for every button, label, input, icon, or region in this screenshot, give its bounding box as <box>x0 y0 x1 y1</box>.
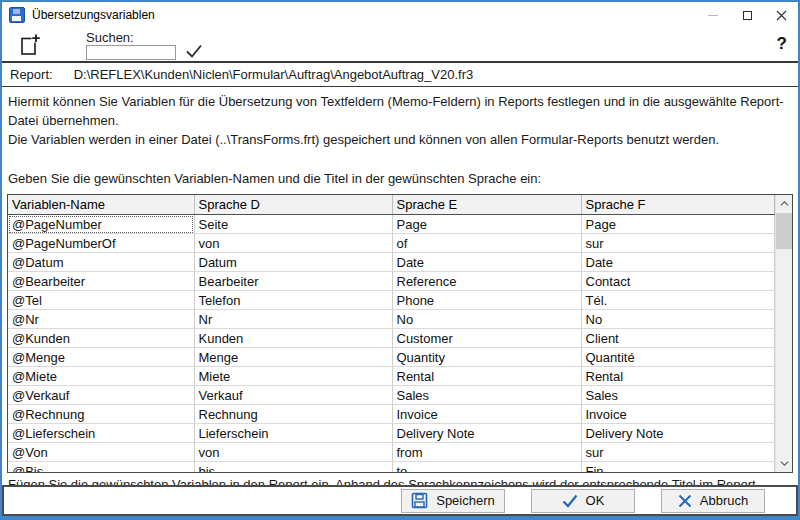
table-cell[interactable]: Rental <box>392 367 581 386</box>
table-cell[interactable]: Fin <box>581 462 775 473</box>
table-cell[interactable]: Client <box>581 329 775 348</box>
column-header-variablen-name[interactable]: Variablen-Name <box>8 195 194 215</box>
intro-line-2: Die Variablen werden in einer Datei (..\… <box>8 130 791 149</box>
table-cell[interactable]: @Tel <box>8 291 194 310</box>
apply-search-button[interactable] <box>184 43 204 61</box>
table-cell[interactable]: @Bis <box>8 462 194 473</box>
table-cell[interactable]: @Kunden <box>8 329 194 348</box>
table-cell[interactable]: No <box>581 310 775 329</box>
dialog-window: Übersetzungsvariablen Suchen: ? Report: … <box>0 0 800 520</box>
table-cell[interactable]: Contact <box>581 272 775 291</box>
maximize-icon <box>743 11 752 20</box>
table-cell[interactable]: of <box>392 234 581 253</box>
table-cell[interactable]: von <box>194 234 392 253</box>
close-button[interactable] <box>764 2 798 28</box>
table-cell[interactable]: Menge <box>194 348 392 367</box>
table-row: @VerkaufVerkaufSalesSales <box>8 386 775 405</box>
table-cell[interactable]: to <box>392 462 581 473</box>
table-cell[interactable]: bis <box>194 462 392 473</box>
table-cell[interactable]: Datum <box>194 253 392 272</box>
table-cell[interactable]: Telefon <box>194 291 392 310</box>
table-cell[interactable]: Quantité <box>581 348 775 367</box>
table-row: @RechnungRechnungInvoiceInvoice <box>8 405 775 424</box>
column-header-sprache-e[interactable]: Sprache E <box>392 195 581 215</box>
table-row: @BearbeiterBearbeiterReferenceContact <box>8 272 775 291</box>
table-cell[interactable]: @Bearbeiter <box>8 272 194 291</box>
variables-table-body: @PageNumberSeitePagePage@PageNumberOfvon… <box>8 215 775 473</box>
table-cell[interactable]: sur <box>581 234 775 253</box>
ok-button[interactable]: OK <box>531 489 635 513</box>
table-cell[interactable]: Invoice <box>392 405 581 424</box>
cancel-button-label: Abbruch <box>700 493 748 508</box>
table-cell[interactable]: Page <box>392 215 581 234</box>
table-cell[interactable]: Bearbeiter <box>194 272 392 291</box>
table-row: @TelTelefonPhoneTél. <box>8 291 775 310</box>
column-header-sprache-d[interactable]: Sprache D <box>194 195 392 215</box>
table-cell[interactable]: @Menge <box>8 348 194 367</box>
table-cell[interactable]: Lieferschein <box>194 424 392 443</box>
table-cell[interactable]: Reference <box>392 272 581 291</box>
title-bar: Übersetzungsvariablen <box>2 2 798 28</box>
table-cell[interactable]: Verkauf <box>194 386 392 405</box>
table-cell[interactable]: Page <box>581 215 775 234</box>
table-cell[interactable]: No <box>392 310 581 329</box>
table-cell[interactable]: @Miete <box>8 367 194 386</box>
report-label: Report: <box>10 67 53 82</box>
table-cell[interactable]: Delivery Note <box>581 424 775 443</box>
main-content: Hiermit können Sie Variablen für die Übe… <box>2 87 798 485</box>
table-cell[interactable]: Seite <box>194 215 392 234</box>
minimize-icon <box>708 15 718 16</box>
table-cell[interactable]: @PageNumber <box>8 215 194 234</box>
table-cell[interactable]: Miete <box>194 367 392 386</box>
checkmark-icon <box>185 43 203 59</box>
table-cell[interactable]: Sales <box>392 386 581 405</box>
minimize-button[interactable] <box>696 2 730 28</box>
button-panel: Speichern OK Abbruch <box>2 485 798 516</box>
save-button[interactable]: Speichern <box>401 489 505 513</box>
table-cell[interactable]: Tél. <box>581 291 775 310</box>
table-cell[interactable]: @Datum <box>8 253 194 272</box>
variables-table: Variablen-Name Sprache D Sprache E Sprac… <box>7 194 793 473</box>
table-cell[interactable]: von <box>194 443 392 462</box>
scroll-up-icon[interactable] <box>776 195 792 212</box>
scrollbar-thumb[interactable] <box>776 213 792 249</box>
table-row: @MengeMengeQuantityQuantité <box>8 348 775 367</box>
footer-note: Fügen Sie die gewünschten Variablen in d… <box>2 473 798 485</box>
table-cell[interactable]: Nr <box>194 310 392 329</box>
cancel-x-icon <box>678 494 692 508</box>
ok-check-icon <box>562 494 578 508</box>
table-cell[interactable]: @Verkauf <box>8 386 194 405</box>
search-input[interactable] <box>86 45 176 60</box>
table-cell[interactable]: Sales <box>581 386 775 405</box>
table-cell[interactable]: Delivery Note <box>392 424 581 443</box>
table-cell[interactable]: @Nr <box>8 310 194 329</box>
table-cell[interactable]: Invoice <box>581 405 775 424</box>
table-cell[interactable]: Rental <box>581 367 775 386</box>
table-cell[interactable]: Kunden <box>194 329 392 348</box>
table-cell[interactable]: @Lieferschein <box>8 424 194 443</box>
table-row: @NrNrNoNo <box>8 310 775 329</box>
table-cell[interactable]: Date <box>392 253 581 272</box>
table-cell[interactable]: Rechnung <box>194 405 392 424</box>
table-row: @MieteMieteRentalRental <box>8 367 775 386</box>
close-icon <box>776 10 787 21</box>
table-cell[interactable]: @PageNumberOf <box>8 234 194 253</box>
table-header-row: Variablen-Name Sprache D Sprache E Sprac… <box>8 195 775 215</box>
cancel-button[interactable]: Abbruch <box>661 489 765 513</box>
table-cell[interactable]: @Rechnung <box>8 405 194 424</box>
scroll-down-icon[interactable] <box>776 455 792 472</box>
help-button[interactable]: ? <box>777 34 787 54</box>
maximize-button[interactable] <box>730 2 764 28</box>
table-row: @BisbistoFin <box>8 462 775 473</box>
table-cell[interactable]: Quantity <box>392 348 581 367</box>
table-row: @PageNumberSeitePagePage <box>8 215 775 234</box>
table-cell[interactable]: Phone <box>392 291 581 310</box>
insert-variable-button[interactable] <box>17 32 43 58</box>
column-header-sprache-f[interactable]: Sprache F <box>581 195 775 215</box>
table-cell[interactable]: @Von <box>8 443 194 462</box>
table-cell[interactable]: sur <box>581 443 775 462</box>
table-cell[interactable]: Customer <box>392 329 581 348</box>
table-cell[interactable]: from <box>392 443 581 462</box>
vertical-scrollbar[interactable] <box>775 195 792 472</box>
table-cell[interactable]: Date <box>581 253 775 272</box>
